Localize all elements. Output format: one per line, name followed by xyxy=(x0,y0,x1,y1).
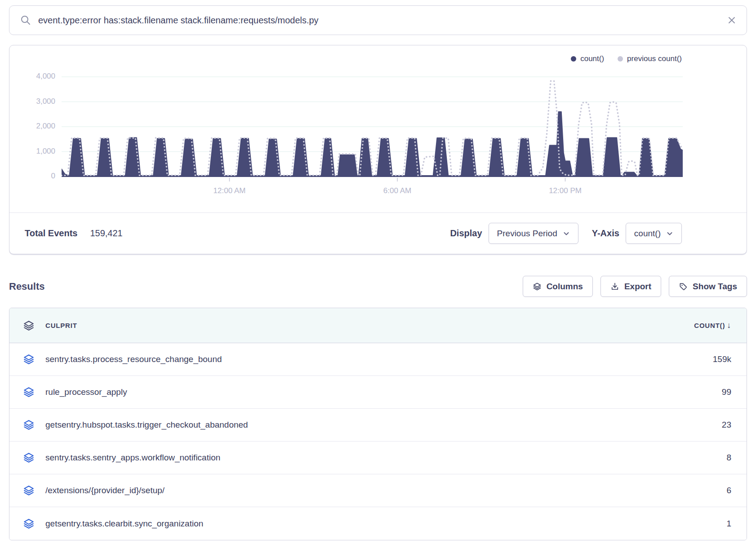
chevron-down-icon xyxy=(666,230,673,237)
culprit-cell[interactable]: getsentry.hubspot.tasks.trigger_checkout… xyxy=(45,420,632,430)
chart-footer: Total Events 159,421 Display Previous Pe… xyxy=(9,212,747,254)
search-icon xyxy=(20,15,31,26)
total-events-value: 159,421 xyxy=(90,228,122,239)
tag-icon xyxy=(679,282,688,291)
y-axis-tick-label: 3,000 xyxy=(36,97,55,106)
yaxis-label: Y-Axis xyxy=(592,228,619,239)
layers-icon xyxy=(23,320,35,331)
table-row[interactable]: getsentry.hubspot.tasks.trigger_checkout… xyxy=(9,409,747,442)
count-series-dot-icon xyxy=(571,56,576,62)
chart-body: count() previous count() 4,0003,0002,000… xyxy=(9,45,747,202)
table-row[interactable]: sentry.tasks.process_resource_change_bou… xyxy=(9,343,747,376)
x-axis-tick-label: 12:00 AM xyxy=(213,186,246,195)
legend-item-count[interactable]: count() xyxy=(571,54,604,63)
table-row[interactable]: sentry.tasks.sentry_apps.workflow_notifi… xyxy=(9,442,747,474)
legend-item-previous-count[interactable]: previous count() xyxy=(618,54,682,63)
culprit-cell[interactable]: rule_processor_apply xyxy=(45,387,632,397)
export-button-label: Export xyxy=(624,282,651,292)
count-cell: 23 xyxy=(632,420,731,430)
display-dropdown-value: Previous Period xyxy=(497,229,557,239)
yaxis-dropdown[interactable]: count() xyxy=(626,223,682,244)
export-button[interactable]: Export xyxy=(600,276,661,297)
discover-search-bar xyxy=(9,5,747,35)
y-axis-tick-label: 1,000 xyxy=(36,147,55,156)
culprit-cell[interactable]: sentry.tasks.sentry_apps.workflow_notifi… xyxy=(45,453,632,463)
results-toolbar: Columns Export Show Tags xyxy=(523,276,747,297)
results-heading: Results xyxy=(9,281,44,292)
events-area-chart[interactable] xyxy=(62,69,683,182)
results-table-body: sentry.tasks.process_resource_change_bou… xyxy=(9,343,747,540)
column-header-count[interactable]: COUNT()↓ xyxy=(632,321,731,330)
total-events-label: Total Events xyxy=(25,228,77,239)
count-cell: 99 xyxy=(632,387,731,397)
layers-icon xyxy=(23,386,35,398)
results-table: CULPRIT COUNT()↓ sentry.tasks.process_re… xyxy=(9,308,747,540)
layers-icon xyxy=(23,452,35,464)
y-axis: 4,0003,0002,0001,0000 xyxy=(14,69,55,182)
columns-button[interactable]: Columns xyxy=(523,276,593,297)
legend-label: previous count() xyxy=(627,54,682,63)
show-tags-button[interactable]: Show Tags xyxy=(669,276,747,297)
layers-icon xyxy=(23,485,35,496)
display-label: Display xyxy=(450,228,482,239)
layers-icon xyxy=(23,518,35,530)
display-dropdown[interactable]: Previous Period xyxy=(489,223,578,244)
table-row[interactable]: rule_processor_apply 99 xyxy=(9,376,747,409)
x-axis-tick-label: 12:00 PM xyxy=(549,186,582,195)
layers-icon xyxy=(23,354,35,365)
yaxis-dropdown-value: count() xyxy=(634,229,661,239)
column-header-culprit[interactable]: CULPRIT xyxy=(45,322,632,329)
table-row[interactable]: /extensions/{provider_id}/setup/ 6 xyxy=(9,474,747,507)
count-cell: 159k xyxy=(632,354,731,364)
y-axis-tick-label: 2,000 xyxy=(36,122,55,131)
columns-button-label: Columns xyxy=(547,282,583,292)
close-icon[interactable] xyxy=(727,15,737,25)
show-tags-button-label: Show Tags xyxy=(693,282,737,292)
chevron-down-icon xyxy=(563,230,570,237)
table-row[interactable]: getsentry.tasks.clearbit.sync_organizati… xyxy=(9,507,747,540)
results-header-row: Results Columns Export Show Tags xyxy=(9,276,747,297)
count-cell: 6 xyxy=(632,486,731,495)
chart-plot-area[interactable]: 12:00 AM6:00 AM12:00 PM xyxy=(62,69,683,202)
count-cell: 8 xyxy=(632,453,731,463)
count-cell: 1 xyxy=(632,519,731,529)
events-chart-card: count() previous count() 4,0003,0002,000… xyxy=(9,45,747,254)
sort-desc-icon: ↓ xyxy=(727,321,731,330)
layers-icon xyxy=(533,282,542,291)
culprit-cell[interactable]: sentry.tasks.process_resource_change_bou… xyxy=(45,354,632,364)
culprit-cell[interactable]: getsentry.tasks.clearbit.sync_organizati… xyxy=(45,519,632,529)
search-input[interactable] xyxy=(38,15,727,26)
previous-count-series-dot-icon xyxy=(618,56,623,62)
download-icon xyxy=(610,282,619,291)
table-header-row: CULPRIT COUNT()↓ xyxy=(9,308,747,343)
culprit-cell[interactable]: /extensions/{provider_id}/setup/ xyxy=(45,486,632,495)
chart-legend: count() previous count() xyxy=(14,53,682,65)
y-axis-tick-label: 4,000 xyxy=(36,72,55,81)
plot-row: 4,0003,0002,0001,0000 12:00 AM6:00 AM12:… xyxy=(14,69,682,202)
y-axis-tick-label: 0 xyxy=(51,172,55,181)
legend-label: count() xyxy=(580,54,604,63)
x-axis-tick-label: 6:00 AM xyxy=(383,186,411,195)
layers-icon xyxy=(23,419,35,431)
